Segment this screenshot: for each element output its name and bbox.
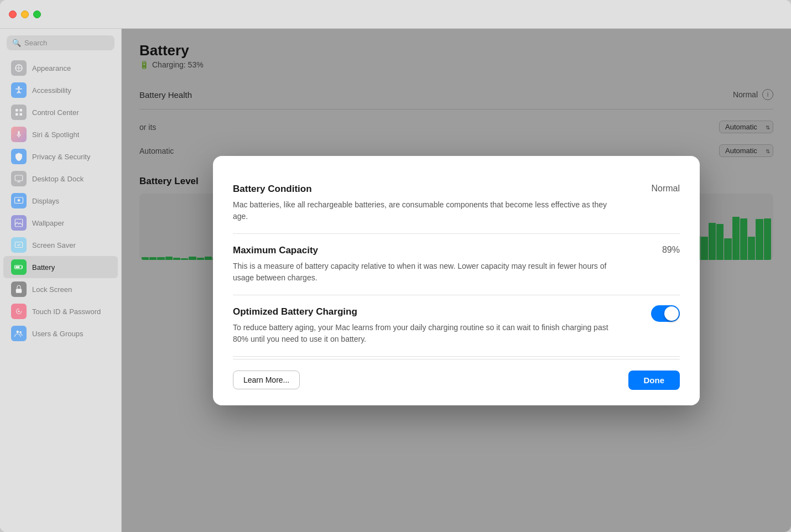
sidebar-item-displays[interactable]: Displays [3, 190, 118, 212]
sidebar-item-displays-label: Displays [32, 197, 59, 205]
battery-condition-section: Battery Condition Normal Mac batteries, … [233, 173, 680, 234]
battery-health-modal: Battery Condition Normal Mac batteries, … [213, 156, 700, 405]
search-bar[interactable]: 🔍 Search [7, 35, 115, 50]
content-area: Battery 🔋 Charging: 53% Battery Health N… [122, 29, 791, 532]
svg-point-16 [17, 331, 19, 333]
svg-point-17 [19, 331, 22, 333]
sidebar-item-touch-id-label: Touch ID & Password [32, 307, 101, 316]
maximum-capacity-section: Maximum Capacity 89% This is a measure o… [233, 234, 680, 295]
sidebar-item-control-center-label: Control Center [32, 108, 79, 117]
sidebar-item-users-groups-label: Users & Groups [32, 330, 83, 338]
sidebar-item-lock-screen-label: Lock Screen [32, 285, 72, 294]
maximize-button[interactable] [33, 11, 41, 18]
desktop-icon [11, 171, 27, 186]
maximum-capacity-value: 89% [662, 245, 680, 255]
close-button[interactable] [9, 11, 17, 18]
svg-rect-14 [16, 289, 22, 293]
optimized-charging-toggle[interactable] [651, 305, 680, 322]
battery-condition-desc: Mac batteries, like all rechargeable bat… [233, 199, 620, 222]
sidebar-item-battery-label: Battery [32, 263, 55, 272]
sidebar-item-control-center[interactable]: Control Center [3, 101, 118, 123]
search-placeholder: Search [24, 39, 47, 47]
modal-overlay: Battery Condition Normal Mac batteries, … [122, 29, 791, 532]
sidebar-item-appearance[interactable]: Appearance [3, 57, 118, 79]
sidebar-item-wallpaper-label: Wallpaper [32, 219, 64, 227]
sidebar-item-desktop[interactable]: Desktop & Dock [3, 168, 118, 190]
svg-rect-2 [15, 109, 18, 112]
traffic-lights [9, 11, 41, 18]
minimize-button[interactable] [21, 11, 29, 18]
search-icon: 🔍 [12, 39, 21, 47]
sidebar-item-siri-label: Siri & Spotlight [32, 131, 79, 139]
optimized-charging-content: Optimized Battery Charging To reduce bat… [233, 306, 640, 345]
sidebar-item-desktop-label: Desktop & Dock [32, 175, 84, 183]
sidebar-item-touch-id[interactable]: Touch ID & Password [3, 300, 118, 322]
siri-icon [11, 127, 27, 142]
sidebar-item-privacy[interactable]: Privacy & Security [3, 145, 118, 168]
title-bar [0, 0, 791, 29]
svg-rect-13 [15, 267, 20, 268]
wallpaper-icon [11, 215, 27, 231]
sidebar-item-wallpaper[interactable]: Wallpaper [3, 212, 118, 234]
appearance-icon [11, 60, 27, 76]
modal-footer: Learn More... Done [233, 359, 680, 390]
learn-more-button[interactable]: Learn More... [233, 371, 300, 389]
sidebar-item-users-groups[interactable]: Users & Groups [3, 322, 118, 345]
svg-point-15 [18, 311, 20, 312]
maximum-capacity-desc: This is a measure of battery capacity re… [233, 260, 620, 284]
main-layout: 🔍 Search Appearance Accessibility [0, 29, 791, 532]
svg-rect-4 [15, 113, 18, 116]
sidebar-item-screensaver-label: Screen Saver [32, 241, 76, 249]
toggle-knob [664, 306, 679, 321]
sidebar: 🔍 Search Appearance Accessibility [0, 29, 122, 532]
battery-condition-title: Battery Condition [233, 184, 312, 195]
battery-condition-value: Normal [651, 184, 680, 194]
optimized-charging-section: Optimized Battery Charging To reduce bat… [233, 295, 680, 357]
sidebar-item-accessibility[interactable]: Accessibility [3, 79, 118, 101]
displays-icon [11, 193, 27, 208]
touch-id-icon [11, 304, 27, 319]
sidebar-item-siri[interactable]: Siri & Spotlight [3, 123, 118, 145]
sidebar-item-screensaver[interactable]: Screen Saver [3, 234, 118, 256]
svg-rect-3 [20, 109, 23, 112]
lock-screen-icon [11, 281, 27, 297]
privacy-icon [11, 149, 27, 164]
accessibility-icon [11, 82, 27, 98]
svg-rect-11 [15, 242, 23, 248]
svg-point-1 [18, 86, 20, 88]
svg-rect-5 [20, 113, 23, 116]
optimized-charging-desc: To reduce battery aging, your Mac learns… [233, 322, 620, 345]
users-groups-icon [11, 326, 27, 341]
maximum-capacity-title: Maximum Capacity [233, 245, 318, 256]
svg-rect-7 [15, 175, 23, 181]
battery-condition-header: Battery Condition Normal [233, 184, 680, 195]
svg-point-9 [18, 199, 20, 202]
sidebar-item-battery[interactable]: Battery [3, 256, 118, 278]
screensaver-icon [11, 237, 27, 253]
sidebar-item-appearance-label: Appearance [32, 64, 71, 72]
optimized-charging-title: Optimized Battery Charging [233, 306, 357, 317]
svg-rect-10 [15, 219, 23, 227]
sidebar-item-accessibility-label: Accessibility [32, 86, 71, 95]
done-button[interactable]: Done [628, 371, 680, 390]
sidebar-item-privacy-label: Privacy & Security [32, 153, 90, 161]
main-window: 🔍 Search Appearance Accessibility [0, 0, 791, 532]
optimized-charging-row: Optimized Battery Charging To reduce bat… [233, 306, 680, 345]
sidebar-item-lock-screen[interactable]: Lock Screen [3, 278, 118, 300]
maximum-capacity-header: Maximum Capacity 89% [233, 245, 680, 256]
battery-sidebar-icon [11, 259, 27, 275]
control-center-icon [11, 105, 27, 120]
